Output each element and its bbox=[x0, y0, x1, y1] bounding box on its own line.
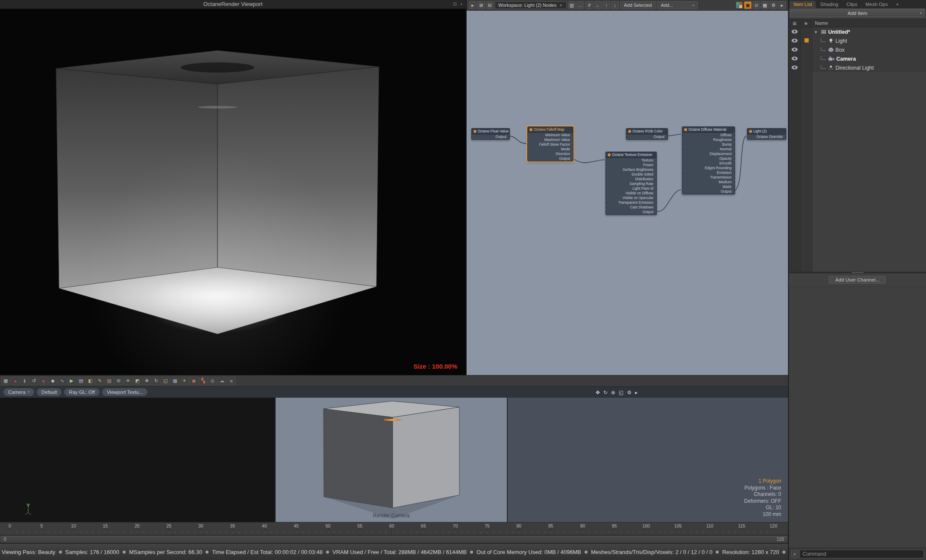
workspace-selector[interactable]: Workspace: Light (2) Nodes ▾ bbox=[495, 1, 567, 9]
zoom-icon[interactable]: ⊕ bbox=[611, 390, 615, 396]
tab-mesh-ops[interactable]: Mesh Ops bbox=[861, 1, 891, 8]
render-flag-cell[interactable] bbox=[801, 63, 812, 72]
render-flag-icon[interactable] bbox=[804, 38, 809, 44]
node-port-diffuse[interactable]: Diffuse bbox=[682, 133, 735, 138]
octane-render-icon[interactable]: ▣ bbox=[744, 1, 752, 9]
material-ball-icon[interactable]: ◉ bbox=[189, 377, 198, 385]
stop-icon[interactable]: ■ bbox=[39, 377, 48, 385]
node-port-output[interactable]: Output bbox=[528, 156, 573, 161]
node-port-displacement[interactable]: Displacement bbox=[682, 152, 735, 156]
visibility-cell[interactable] bbox=[789, 54, 801, 63]
node-port-opacity[interactable]: Opacity bbox=[682, 156, 735, 161]
node-port-edges-rounding[interactable]: Edges Rounding bbox=[682, 166, 735, 170]
visibility-cell[interactable] bbox=[789, 36, 801, 45]
grid-view-icon[interactable]: ▦ bbox=[761, 1, 769, 9]
expand-arrow-icon[interactable]: ▸ bbox=[778, 1, 786, 9]
checker-icon[interactable]: ▚ bbox=[199, 377, 208, 385]
add-node-icon[interactable]: ⊞ bbox=[477, 1, 485, 9]
item-row-box[interactable]: Box bbox=[789, 45, 926, 54]
view-more-icon[interactable]: ▸ bbox=[635, 390, 638, 396]
node-octane-diffuse-material[interactable]: Octane Diffuse MaterialDiffuseRoughnessB… bbox=[682, 126, 735, 194]
arrow-up-icon[interactable]: ↑ bbox=[603, 1, 610, 9]
align-grid-icon[interactable]: # bbox=[585, 1, 593, 9]
camera-view-icon[interactable]: ◎ bbox=[208, 377, 217, 385]
eye-icon[interactable] bbox=[791, 47, 798, 53]
pan-icon[interactable]: ✥ bbox=[596, 390, 600, 396]
node-port-distribution[interactable]: Distribution bbox=[606, 177, 656, 182]
command-prompt-button[interactable]: > bbox=[791, 550, 798, 558]
axis-cross-icon[interactable]: ✛ bbox=[123, 377, 132, 385]
node-port-transparent-emission[interactable]: Transparent Emission bbox=[606, 200, 656, 205]
node-header[interactable]: Octane Float Value bbox=[472, 129, 509, 135]
tab-clips[interactable]: Clips bbox=[843, 1, 861, 8]
node-port-visible-on-diffuse[interactable]: Visible on Diffuse bbox=[606, 191, 656, 196]
node-port-sampling-rate[interactable]: Sampling Rate bbox=[606, 182, 656, 186]
cell-icon[interactable]: ◧ bbox=[86, 377, 95, 385]
rotate-icon[interactable]: ↻ bbox=[152, 377, 161, 385]
visibility-cell[interactable] bbox=[789, 27, 801, 36]
node-port-direction[interactable]: Direction bbox=[528, 152, 573, 156]
node-header[interactable]: Octane Falloff Map bbox=[528, 127, 573, 133]
select-icon[interactable]: ◩ bbox=[133, 377, 142, 385]
play-icon[interactable]: ▶ bbox=[67, 377, 76, 385]
node-octane-texture-emission[interactable]: Octane Texture EmissionTexturePowerSurfa… bbox=[606, 152, 657, 215]
node-header[interactable]: Light (2) bbox=[747, 129, 786, 135]
add-dropdown-button[interactable]: Add... ▾ bbox=[657, 1, 698, 9]
viewport-tab-camera[interactable]: Camera▾ bbox=[3, 388, 34, 396]
node-port-minimum-value[interactable]: Minimum Value bbox=[528, 133, 573, 138]
palette-icon[interactable] bbox=[736, 2, 743, 9]
eye-icon[interactable] bbox=[791, 65, 798, 71]
node-port-double-sided[interactable]: Double Sided bbox=[606, 172, 656, 177]
node-port-roughness[interactable]: Roughness bbox=[682, 138, 735, 142]
node-header[interactable]: Octane Texture Emission bbox=[606, 152, 656, 158]
node-octane-rgb-color[interactable]: Octane RGB ColorOutput bbox=[626, 128, 668, 140]
sun-icon[interactable]: ☀ bbox=[180, 377, 189, 385]
item-row-light[interactable]: Light bbox=[789, 36, 926, 45]
node-port-octane-override[interactable]: Octane Override bbox=[747, 135, 786, 139]
range-scrollbar[interactable] bbox=[0, 536, 788, 542]
node-port-normal[interactable]: Normal bbox=[682, 147, 735, 152]
collapse-arrow-icon[interactable]: ▸ bbox=[469, 1, 476, 9]
node-port-output[interactable]: Output bbox=[606, 210, 656, 214]
viewport-tab-default[interactable]: Default bbox=[37, 388, 62, 396]
node-header[interactable]: Octane Diffuse Material bbox=[682, 127, 735, 133]
add-selected-button[interactable]: Add Selected bbox=[620, 1, 656, 9]
arrow-down-icon[interactable]: ↓ bbox=[611, 1, 619, 9]
node-port-maximum-value[interactable]: Maximum Value bbox=[528, 138, 573, 142]
visibility-cell[interactable] bbox=[789, 63, 801, 72]
hatch-icon[interactable]: ▨ bbox=[105, 377, 114, 385]
node-port-bump[interactable]: Bump bbox=[682, 142, 735, 147]
node-port-power[interactable]: Power bbox=[606, 163, 656, 167]
node-header[interactable]: Octane RGB Color bbox=[626, 129, 667, 135]
render-flag-cell[interactable] bbox=[801, 54, 812, 63]
node-port-emission[interactable]: Emission bbox=[682, 170, 735, 175]
orbit-icon[interactable]: ↻ bbox=[603, 390, 608, 396]
tab-shading[interactable]: Shading bbox=[816, 1, 842, 8]
tab-[interactable]: + bbox=[892, 1, 903, 8]
node-port-transmission[interactable]: Transmission bbox=[682, 175, 735, 180]
item-row-camera[interactable]: Camera bbox=[789, 54, 926, 63]
grid-icon[interactable]: ▩ bbox=[171, 377, 179, 385]
node-port-mode[interactable]: Mode bbox=[528, 147, 573, 152]
settings-gears-icon[interactable]: ⚙ bbox=[770, 1, 777, 9]
node-port-surface-brightness[interactable]: Surface Brightness bbox=[606, 167, 656, 172]
node-port-light-pass-id[interactable]: Light Pass Id bbox=[606, 186, 656, 191]
eye-icon[interactable] bbox=[791, 29, 798, 35]
render-flag-cell[interactable] bbox=[801, 45, 812, 54]
item-row-untitled[interactable]: ▾Untitled* bbox=[789, 27, 926, 36]
node-port-cast-shadows[interactable]: Cast Shadows bbox=[606, 205, 656, 210]
render-flag-cell[interactable] bbox=[801, 27, 812, 36]
viewport-perspective-pane[interactable]: Render Camera bbox=[276, 398, 507, 522]
expand-arrow-icon[interactable]: ▾ bbox=[815, 30, 819, 34]
pause-icon[interactable]: ‖ bbox=[20, 377, 29, 385]
add-item-button[interactable]: Add Item ▾ bbox=[790, 9, 925, 17]
node-port-smooth[interactable]: Smooth bbox=[682, 161, 735, 166]
visibility-cell[interactable] bbox=[789, 45, 801, 54]
render-viewport-titlebar[interactable]: OctaneRender Viewport ⊡ ▪ bbox=[0, 0, 466, 9]
fit-icon[interactable]: ▦ bbox=[1, 377, 10, 385]
node-octane-falloff-map[interactable]: Octane Falloff MapMinimum ValueMaximum V… bbox=[527, 126, 573, 161]
frame-view-icon[interactable]: ◱ bbox=[619, 390, 623, 396]
overflow-dots-icon[interactable]: … bbox=[576, 1, 584, 9]
item-row-directional-light[interactable]: Directional Light bbox=[789, 63, 926, 72]
layout-split-icon[interactable]: ▥ bbox=[568, 1, 576, 9]
